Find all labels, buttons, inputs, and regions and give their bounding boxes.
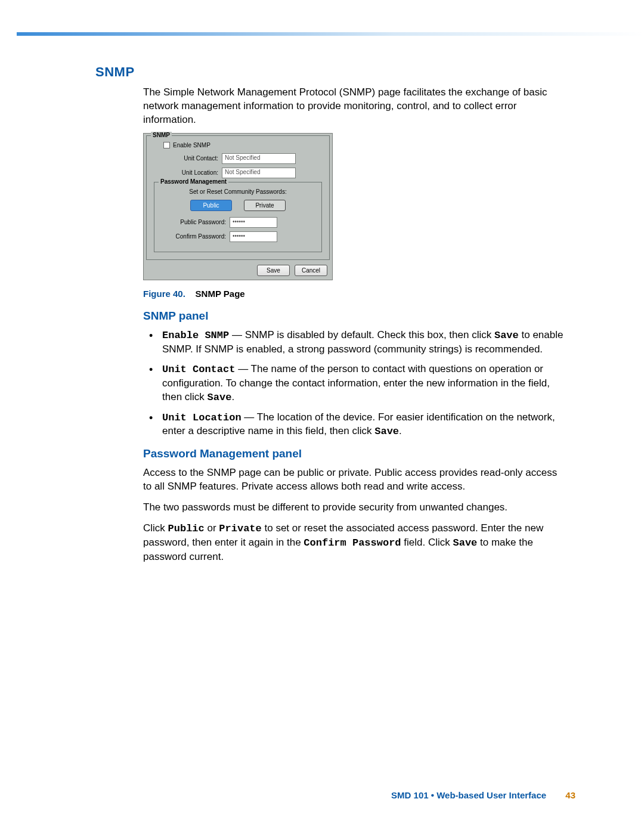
enable-snmp-checkbox[interactable] [163, 142, 170, 148]
text: field. Click [401, 537, 453, 548]
page-top-band [17, 32, 644, 36]
heading-snmp: SNMP [95, 64, 566, 80]
term-save: Save [374, 426, 399, 437]
unit-contact-input[interactable]: Not Specified [222, 153, 296, 164]
term-public: Public [168, 523, 205, 534]
text: — SNMP is disabled by default. Check thi… [229, 329, 494, 340]
page-footer: SMD 101 • Web-based User Interface 43 [391, 790, 575, 800]
confirm-password-label: Confirm Password: [159, 233, 230, 240]
public-tab-button[interactable]: Public [190, 200, 232, 211]
pw-para-1: Access to the SNMP page can be public or… [143, 466, 566, 494]
snmp-figure: SNMP Enable SNMP Unit Contact: Not Speci… [143, 133, 333, 280]
confirm-password-input[interactable]: •••••• [230, 231, 277, 242]
text: Click [143, 522, 168, 534]
text: . [399, 425, 402, 436]
bullet-unit-location: Unit Location — The location of the devi… [149, 411, 566, 439]
figure-title: SNMP Page [196, 289, 245, 299]
footer-page-number: 43 [565, 790, 575, 800]
heading-password-management-panel: Password Management panel [143, 447, 566, 460]
pw-para-2: The two passwords must be different to p… [143, 501, 566, 515]
enable-snmp-row: Enable SNMP [163, 142, 324, 148]
unit-contact-label: Unit Contact: [151, 155, 222, 162]
legend-pwmgmt: Password Management [159, 178, 228, 185]
unit-location-row: Unit Location: Not Specified [151, 168, 324, 178]
term-private: Private [219, 523, 261, 534]
term-save: Save [494, 330, 519, 341]
confirm-password-row: Confirm Password: •••••• [159, 231, 317, 242]
bullet-unit-contact: Unit Contact — The name of the person to… [149, 363, 566, 405]
term-save: Save [208, 392, 232, 403]
figure-caption: Figure 40. SNMP Page [143, 289, 566, 299]
action-bar: Save Cancel [144, 261, 332, 280]
bullet-enable-snmp: Enable SNMP — SNMP is disabled by defaul… [149, 329, 566, 357]
term-enable-snmp: Enable SNMP [162, 330, 229, 341]
unit-contact-row: Unit Contact: Not Specified [151, 153, 324, 164]
footer-text: SMD 101 • Web-based User Interface [391, 790, 546, 800]
fieldset-snmp: SNMP Enable SNMP Unit Contact: Not Speci… [146, 135, 330, 260]
fieldset-password-management: Password Management Set or Reset Communi… [154, 182, 322, 252]
heading-snmp-panel: SNMP panel [143, 309, 566, 323]
unit-location-label: Unit Location: [151, 169, 222, 176]
cancel-button[interactable]: Cancel [295, 265, 327, 276]
intro-paragraph: The Simple Network Management Protocol (… [143, 86, 566, 127]
term-confirm-password: Confirm Password [304, 537, 401, 549]
public-password-input[interactable]: •••••• [230, 217, 277, 228]
figure-number: Figure 40. [143, 289, 185, 299]
term-unit-contact: Unit Contact [162, 364, 235, 375]
text: or [205, 522, 219, 534]
term-save: Save [453, 537, 478, 549]
pw-instruction: Set or Reset Community Passwords: [159, 188, 317, 195]
public-password-label: Public Password: [159, 219, 230, 225]
enable-snmp-label: Enable SNMP [173, 142, 210, 148]
save-button[interactable]: Save [257, 265, 290, 276]
pw-para-3: Click Public or Private to set or reset … [143, 522, 566, 564]
term-unit-location: Unit Location [162, 412, 242, 423]
public-password-row: Public Password: •••••• [159, 217, 317, 228]
private-tab-button[interactable]: Private [244, 200, 286, 211]
unit-location-input[interactable]: Not Specified [222, 168, 296, 178]
legend-snmp: SNMP [151, 132, 172, 138]
text: . [231, 391, 234, 402]
